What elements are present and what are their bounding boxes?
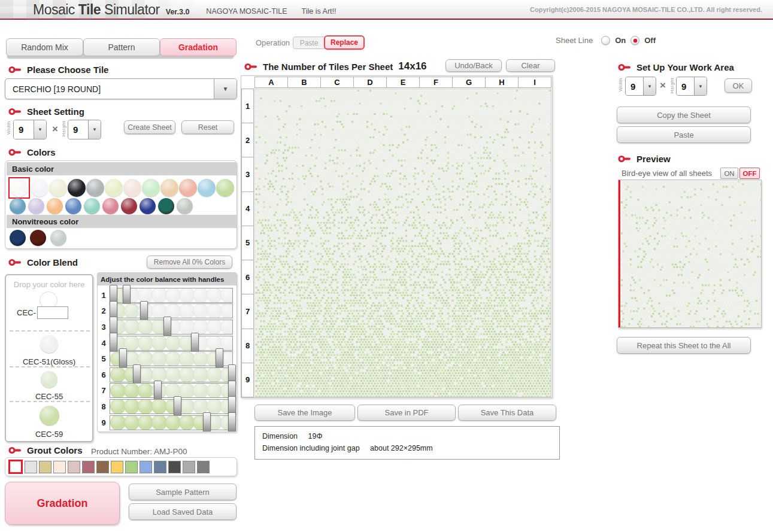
- remove-zero-colors-button[interactable]: Remove All 0% Colors: [147, 256, 232, 269]
- column-header-cell[interactable]: F: [420, 77, 453, 87]
- column-header-cell[interactable]: H: [486, 77, 519, 87]
- paste-sheet-button[interactable]: Paste: [617, 126, 751, 143]
- chevron-down-icon[interactable]: ▼: [88, 120, 101, 139]
- color-swatch[interactable]: [84, 198, 100, 214]
- color-swatch[interactable]: [86, 179, 104, 197]
- copy-sheet-button[interactable]: Copy the Sheet: [617, 107, 751, 123]
- color-swatch[interactable]: [198, 179, 216, 197]
- color-swatch[interactable]: [158, 198, 174, 214]
- chevron-down-icon[interactable]: ▼: [694, 77, 707, 95]
- save-image-button[interactable]: Save the Image: [254, 405, 355, 421]
- color-swatch[interactable]: [68, 179, 86, 197]
- chevron-down-icon[interactable]: ▼: [214, 79, 237, 99]
- tile-dropdown[interactable]: CERCHIO [19 ROUND] ▼: [5, 78, 237, 99]
- color-swatch[interactable]: [123, 179, 141, 197]
- color-swatch[interactable]: [142, 179, 160, 197]
- color-swatch[interactable]: [49, 179, 67, 197]
- grout-swatch[interactable]: [125, 461, 138, 473]
- row-header-cell[interactable]: 2: [242, 123, 253, 157]
- operation-replace-button[interactable]: Replace: [324, 35, 365, 50]
- reset-button[interactable]: Reset: [181, 120, 234, 134]
- clear-button[interactable]: Clear: [506, 59, 555, 72]
- operation-paste-button[interactable]: Paste: [293, 37, 325, 49]
- app-title: Mosaic Tile Simulator Ver.3.0 NAGOYA MOS…: [33, 0, 336, 20]
- row-header-cell[interactable]: 1: [242, 89, 253, 123]
- work-height-select[interactable]: 9 ▼: [676, 77, 707, 96]
- grout-swatch[interactable]: [8, 460, 23, 474]
- color-code-input[interactable]: [37, 306, 68, 319]
- color-swatch[interactable]: [28, 198, 44, 214]
- column-header-cell[interactable]: C: [321, 77, 354, 87]
- sheet-width-select[interactable]: 9 ▼: [13, 120, 47, 139]
- load-saved-data-button[interactable]: Load Saved Data: [129, 503, 237, 520]
- sample-pattern-button[interactable]: Sample Pattern: [129, 484, 237, 500]
- create-sheet-button[interactable]: Create Sheet: [124, 120, 175, 134]
- grout-swatch[interactable]: [39, 461, 51, 473]
- color-drop-zone[interactable]: Drop your color here CEC- CEC-51(Gloss)C…: [5, 274, 93, 442]
- color-swatch[interactable]: [140, 198, 156, 214]
- row-header-cell[interactable]: 4: [242, 192, 253, 226]
- birdseye-on-button[interactable]: ON: [720, 168, 738, 179]
- color-swatch[interactable]: [179, 179, 197, 197]
- column-header-cell[interactable]: B: [288, 77, 321, 87]
- tab-random-mix[interactable]: Random Mix: [6, 38, 83, 56]
- color-swatch[interactable]: [10, 179, 28, 197]
- color-swatch[interactable]: [121, 198, 137, 214]
- sheet-line-on-radio[interactable]: [601, 36, 610, 45]
- grout-swatch[interactable]: [183, 461, 195, 473]
- grout-swatch[interactable]: [197, 461, 210, 473]
- color-swatch[interactable]: [102, 198, 119, 214]
- gradation-apply-button[interactable]: Gradation: [5, 482, 120, 525]
- color-swatch[interactable]: [50, 230, 66, 246]
- sheet-line-off-radio[interactable]: [630, 36, 639, 45]
- column-header-cell[interactable]: D: [354, 77, 387, 87]
- column-header-cell[interactable]: E: [387, 77, 420, 87]
- grout-swatch[interactable]: [96, 461, 109, 473]
- grout-swatch[interactable]: [25, 461, 37, 473]
- chevron-down-icon[interactable]: ▼: [34, 120, 46, 139]
- column-header-cell[interactable]: I: [519, 77, 551, 87]
- tile-canvas[interactable]: [254, 89, 551, 397]
- save-pdf-button[interactable]: Save in PDF: [357, 405, 456, 421]
- color-swatch[interactable]: [30, 230, 46, 246]
- sheet-height-select[interactable]: 9 ▼: [68, 120, 101, 139]
- color-swatch[interactable]: [160, 179, 178, 197]
- color-swatch[interactable]: [31, 179, 48, 197]
- save-data-button[interactable]: Save This Data: [458, 405, 556, 421]
- color-swatch[interactable]: [65, 198, 81, 214]
- color-swatch[interactable]: [216, 179, 234, 197]
- chevron-down-icon[interactable]: ▼: [643, 77, 656, 95]
- row-header-cell[interactable]: 9: [242, 363, 253, 397]
- grout-swatch[interactable]: [82, 461, 95, 473]
- grout-swatch[interactable]: [154, 461, 166, 473]
- grout-swatch[interactable]: [168, 461, 181, 473]
- ok-button[interactable]: OK: [725, 78, 752, 93]
- grout-swatch[interactable]: [111, 461, 123, 473]
- tab-gradation[interactable]: Gradation: [160, 38, 237, 56]
- row-header-cell[interactable]: 8: [242, 329, 253, 363]
- grout-swatch[interactable]: [140, 461, 152, 473]
- tab-pattern[interactable]: Pattern: [83, 38, 160, 56]
- blend-color-slot[interactable]: CEC-55: [11, 371, 87, 401]
- color-swatch[interactable]: [10, 198, 26, 214]
- row-header-cell[interactable]: 7: [242, 294, 253, 329]
- grout-swatch[interactable]: [53, 461, 66, 473]
- column-header-cell[interactable]: A: [255, 77, 288, 87]
- sheet-width-value: 9: [14, 120, 34, 139]
- blend-color-slot[interactable]: CEC-59: [11, 406, 87, 439]
- color-swatch[interactable]: [177, 198, 193, 214]
- work-width-select[interactable]: 9 ▼: [625, 77, 656, 96]
- color-swatch[interactable]: [10, 230, 26, 246]
- row-header-cell[interactable]: 6: [242, 260, 253, 294]
- color-swatch[interactable]: [47, 198, 63, 214]
- color-swatch[interactable]: [105, 179, 123, 197]
- row-header-cell[interactable]: 5: [242, 226, 253, 260]
- undo-back-button[interactable]: Undo/Back: [445, 59, 502, 72]
- grout-swatch[interactable]: [68, 461, 80, 473]
- repeat-sheet-button[interactable]: Repeat this Sheet to the All: [617, 337, 751, 354]
- birdseye-off-button[interactable]: OFF: [739, 168, 760, 179]
- row-header-cell[interactable]: 3: [242, 157, 253, 191]
- column-header-cell[interactable]: G: [453, 77, 486, 87]
- grout-section-title: Grout Colors: [8, 445, 83, 455]
- blend-color-slot[interactable]: CEC-51(Gloss): [11, 335, 87, 366]
